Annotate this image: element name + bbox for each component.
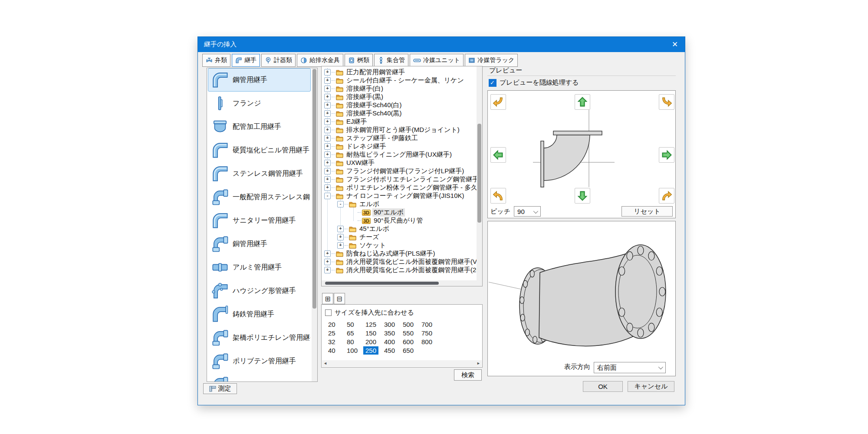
tree-item[interactable]: +消火用硬質塩化ビニル外面被覆鋼管用継手(20K <box>322 266 477 274</box>
collapse-icon[interactable]: - <box>337 201 344 207</box>
sidebar-scrollbar-thumb[interactable] <box>312 69 316 309</box>
expand-icon[interactable]: + <box>324 127 331 133</box>
tree-item[interactable]: -エルボ <box>322 200 477 208</box>
tree-item[interactable]: +ソケット <box>322 241 477 250</box>
measure-button[interactable]: 測定 <box>203 383 237 394</box>
expand-icon[interactable]: + <box>324 151 331 158</box>
tree-item[interactable]: +耐熱塩ビライニング用継手(UX継手) <box>322 151 477 159</box>
expand-icon[interactable]: + <box>324 85 331 92</box>
expand-icon[interactable]: + <box>324 168 331 174</box>
size-cell[interactable]: 600 <box>401 337 419 346</box>
toolbar-tab-basins[interactable]: 桝類 <box>345 54 373 67</box>
size-cell[interactable]: 700 <box>419 320 438 329</box>
expand-icon[interactable]: + <box>324 69 331 76</box>
size-cell[interactable]: 500 <box>401 320 419 329</box>
tree-item[interactable]: +排水鋼管用可とう継手(MDジョイント) <box>322 126 477 134</box>
title-bar[interactable]: 継手の挿入 ✕ <box>198 37 685 52</box>
tree-item[interactable]: +溶接継手(黒) <box>322 93 477 101</box>
sidebar-item[interactable]: ポリブテン管用継手 <box>208 349 311 373</box>
tree-item[interactable]: 3D90°エルボ <box>322 208 477 217</box>
expand-icon[interactable]: + <box>324 259 331 265</box>
size-cell[interactable]: 250 <box>363 346 382 355</box>
toolbar-tab-refrigerant-units[interactable]: 冷媒ユニット <box>410 54 464 67</box>
tree-item[interactable]: +防食ねじ込み式継手(PLS継手) <box>322 250 477 258</box>
expand-icon[interactable]: + <box>337 226 344 232</box>
tree-item[interactable]: +UXW継手 <box>322 159 477 167</box>
tree-vscrollbar[interactable] <box>477 66 482 280</box>
size-hscrollbar[interactable]: ◄ ► <box>322 360 482 367</box>
sidebar-item[interactable]: アルミ管用継手 <box>208 256 311 279</box>
size-cell[interactable]: 800 <box>419 337 438 346</box>
toolbar-tab-plumbing-fixtures[interactable]: 給排水金具 <box>297 54 343 67</box>
sidebar-item[interactable]: ステンレス鋼管用継手 <box>208 162 311 185</box>
expand-icon[interactable]: + <box>324 160 331 166</box>
cancel-button[interactable]: キャンセル <box>628 381 674 392</box>
size-cell[interactable]: 25 <box>326 329 345 337</box>
expand-icon[interactable]: + <box>324 143 331 150</box>
size-cell[interactable]: 350 <box>382 329 401 337</box>
tilt-up-button[interactable] <box>575 94 590 110</box>
expand-icon[interactable]: + <box>324 94 331 100</box>
size-cell[interactable]: 650 <box>401 346 419 355</box>
tree-item[interactable]: +シール付白継手 - シーケー金属、リケン <box>322 76 477 85</box>
tree-item[interactable]: +チーズ <box>322 233 477 241</box>
sidebar-item[interactable]: 配管加工用継手 <box>208 115 311 138</box>
sidebar-item[interactable]: サニタリー管用継手 <box>208 209 311 232</box>
fit-size-checkbox[interactable] <box>325 309 332 316</box>
collapse-icon[interactable]: - <box>324 193 331 199</box>
view-direction-select[interactable]: 右前面 <box>594 362 666 373</box>
pan-right-button[interactable] <box>659 147 674 163</box>
size-cell[interactable]: 300 <box>382 320 401 329</box>
size-cell[interactable]: 200 <box>363 337 382 346</box>
tree-item[interactable]: -ナイロンコーティング鋼管継手(JIS10K) <box>322 192 477 200</box>
tree-item[interactable]: +ポリエチレン粉体ライニング鋼管継手 - 多久製作所 <box>322 184 477 192</box>
expand-icon[interactable]: + <box>337 234 344 240</box>
toolbar-tab-refrigerant-racks[interactable]: 冷媒管ラック <box>465 54 518 67</box>
size-cell[interactable]: 450 <box>382 346 401 355</box>
pan-left-button[interactable] <box>490 147 506 163</box>
collapse-all-button[interactable]: ⊟ <box>334 293 345 304</box>
expand-icon[interactable]: + <box>324 118 331 125</box>
ok-button[interactable]: OK <box>583 381 623 392</box>
tree-item[interactable]: +圧力配管用鋼管継手 <box>322 68 477 76</box>
tree-hscrollbar[interactable] <box>322 280 477 286</box>
tree-item[interactable]: +ドレネジ継手 <box>322 142 477 151</box>
rotate-up-left-button[interactable] <box>490 188 506 204</box>
tree-item[interactable]: +溶接継手Sch40(白) <box>322 101 477 109</box>
rotate-down-right-button[interactable] <box>659 94 674 110</box>
size-cell[interactable]: 750 <box>419 329 438 337</box>
expand-icon[interactable]: + <box>324 110 331 117</box>
tree-item[interactable]: +ステップ継手 - 伊藤鉄工 <box>322 134 477 142</box>
sidebar-scrollbar[interactable] <box>312 68 317 381</box>
expand-icon[interactable]: + <box>324 77 331 84</box>
search-button[interactable]: 検索 <box>454 369 482 381</box>
tilt-down-button[interactable] <box>575 188 590 204</box>
size-cell[interactable]: 32 <box>326 337 345 346</box>
size-cell[interactable]: 40 <box>326 346 345 355</box>
size-cell[interactable]: 125 <box>363 320 382 329</box>
size-cell[interactable]: 80 <box>345 337 363 346</box>
tree-item[interactable]: +フランジ付ポリエチレンライニング鋼管継手 - 積水化学 <box>322 175 477 184</box>
size-cell[interactable]: 65 <box>345 329 363 337</box>
reset-button[interactable]: リセット <box>621 206 673 217</box>
expand-icon[interactable]: + <box>324 176 331 183</box>
sidebar-item[interactable]: フランジ <box>208 92 311 115</box>
expand-icon[interactable]: + <box>324 184 331 191</box>
expand-all-button[interactable]: ⊞ <box>322 293 333 304</box>
sidebar-item[interactable]: 一般配管用ステンレス鋼管... <box>208 185 311 209</box>
tree-item[interactable]: 3D90°長尺曲がり管 <box>322 217 477 225</box>
rotate-up-right-button[interactable] <box>659 188 674 204</box>
sidebar-item[interactable] <box>208 373 311 382</box>
tree-vscrollbar-thumb[interactable] <box>477 124 481 223</box>
tree-item[interactable]: +フランジ付鋼管継手(フランジ付LP継手) <box>322 167 477 175</box>
tree-item[interactable]: +45°エルボ <box>322 225 477 233</box>
sidebar-item[interactable]: 銅管用継手 <box>208 232 311 256</box>
preview-tab[interactable]: プレビュー <box>489 66 522 75</box>
expand-icon[interactable]: + <box>324 135 331 141</box>
sidebar-item[interactable]: 鋼管用継手 <box>208 68 311 92</box>
size-cell[interactable]: 150 <box>363 329 382 337</box>
expand-icon[interactable]: + <box>324 102 331 108</box>
toolbar-tab-instruments[interactable]: P計器類 <box>261 54 296 67</box>
expand-icon[interactable]: + <box>324 250 331 257</box>
sidebar-item[interactable]: ハウジング形管継手 <box>208 279 311 302</box>
